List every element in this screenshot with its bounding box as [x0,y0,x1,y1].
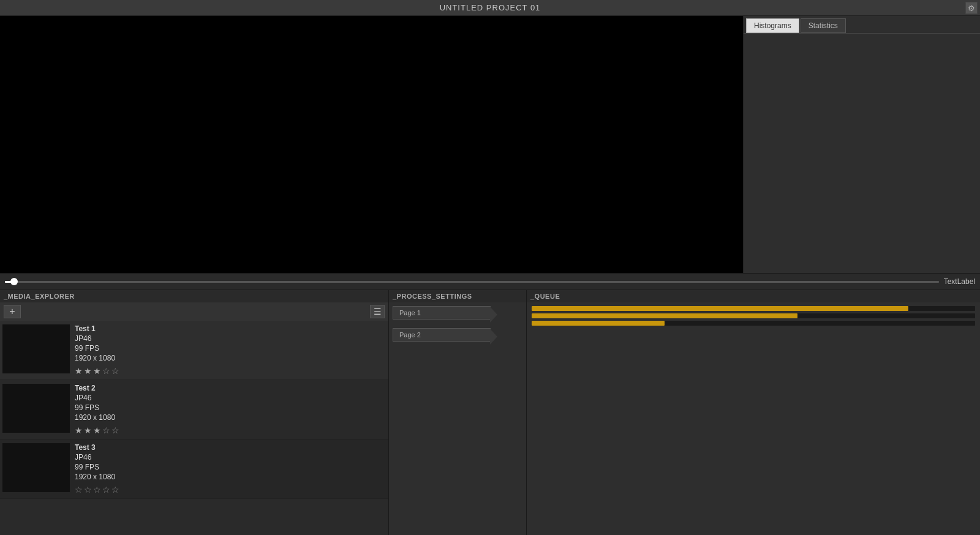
tab-histograms[interactable]: Histograms [746,18,799,33]
queue-progress-fill-1 [532,306,908,311]
media-name: Test 1 [75,324,119,333]
star-5[interactable]: ☆ [111,366,119,376]
media-item-2[interactable]: Test 2JP4699 FPS1920 x 1080★★★☆☆ [0,380,388,440]
media-name: Test 2 [75,384,119,392]
scrubber-track[interactable] [5,281,939,283]
side-panel-tabs: Histograms Statistics [744,16,980,34]
queue-list-area [527,329,980,535]
star-4[interactable]: ☆ [102,485,110,495]
settings-button[interactable]: ⚙ [965,2,978,14]
media-resolution: 1920 x 1080 [75,354,119,362]
media-stars[interactable]: ☆☆☆☆☆ [75,485,119,495]
star-5[interactable]: ☆ [111,425,119,435]
add-media-button[interactable]: + [4,305,21,318]
star-3[interactable]: ★ [93,425,101,435]
process-page-label: Page 2 [399,331,421,339]
queue-title: _QUEUE [527,290,980,302]
media-explorer: _MEDIA_EXPLORER + ☰ Test 1JP4699 FPS1920… [0,290,389,535]
page-tab-arrow [490,307,497,323]
queue: _QUEUE [527,290,980,535]
title-bar: UNTITLED PROJECT 01 ⚙ [0,0,980,16]
side-panel: Histograms Statistics [743,16,980,273]
scrubber-handle[interactable] [10,278,18,285]
top-area: Histograms Statistics [0,16,980,273]
bottom-area: _MEDIA_EXPLORER + ☰ Test 1JP4699 FPS1920… [0,290,980,535]
media-explorer-toolbar: + ☰ [0,302,388,321]
media-fps: 99 FPS [75,403,119,412]
queue-progress-bar-3 [532,321,975,326]
process-settings: _PROCESS_SETTINGS Page 1Page 2 [389,290,527,535]
queue-progress-bar-1 [532,306,975,311]
star-5[interactable]: ☆ [111,485,119,495]
media-list: Test 1JP4699 FPS1920 x 1080★★★☆☆Test 2JP… [0,321,388,535]
media-stars[interactable]: ★★★☆☆ [75,366,119,376]
media-codec: JP46 [75,394,119,402]
star-3[interactable]: ★ [93,366,101,376]
process-page-tab-2[interactable]: Page 2 [393,328,491,342]
star-2[interactable]: ★ [84,425,92,435]
media-thumbnail [2,324,70,373]
queue-progress-bars [527,302,980,329]
video-preview [0,16,743,273]
tab-statistics[interactable]: Statistics [801,18,846,33]
process-page-label: Page 1 [399,309,421,316]
media-thumbnail [2,384,70,433]
media-thumbnail [2,443,70,492]
star-4[interactable]: ☆ [102,425,110,435]
media-name: Test 3 [75,443,119,452]
queue-content [527,302,980,535]
queue-progress-bar-2 [532,313,975,318]
page-tab-arrow [490,329,497,345]
star-1[interactable]: ★ [75,366,83,376]
star-4[interactable]: ☆ [102,366,110,376]
list-view-icon: ☰ [374,307,382,316]
star-2[interactable]: ☆ [84,485,92,495]
media-explorer-title: _MEDIA_EXPLORER [0,290,388,302]
media-codec: JP46 [75,453,119,462]
star-1[interactable]: ☆ [75,485,83,495]
process-page-tab-1[interactable]: Page 1 [393,306,491,320]
media-resolution: 1920 x 1080 [75,473,119,481]
side-panel-content [744,34,980,273]
process-settings-content: Page 1Page 2 [389,302,526,535]
media-item-3[interactable]: Test 3JP4699 FPS1920 x 1080☆☆☆☆☆ [0,440,388,499]
media-resolution: 1920 x 1080 [75,413,119,422]
process-settings-title: _PROCESS_SETTINGS [389,290,526,302]
main-container: Histograms Statistics TextLabel _MEDIA_E… [0,16,980,535]
list-view-button[interactable]: ☰ [370,305,385,318]
media-fps: 99 FPS [75,463,119,471]
queue-progress-fill-3 [532,321,665,326]
scrubber-label: TextLabel [944,277,975,286]
media-fps: 99 FPS [75,344,119,353]
scrubber-area[interactable]: TextLabel [0,273,980,290]
media-stars[interactable]: ★★★☆☆ [75,425,119,435]
media-codec: JP46 [75,334,119,343]
media-item-1[interactable]: Test 1JP4699 FPS1920 x 1080★★★☆☆ [0,321,388,380]
queue-progress-fill-2 [532,313,797,318]
app-title: UNTITLED PROJECT 01 [440,3,541,12]
star-1[interactable]: ★ [75,425,83,435]
star-2[interactable]: ★ [84,366,92,376]
star-3[interactable]: ☆ [93,485,101,495]
